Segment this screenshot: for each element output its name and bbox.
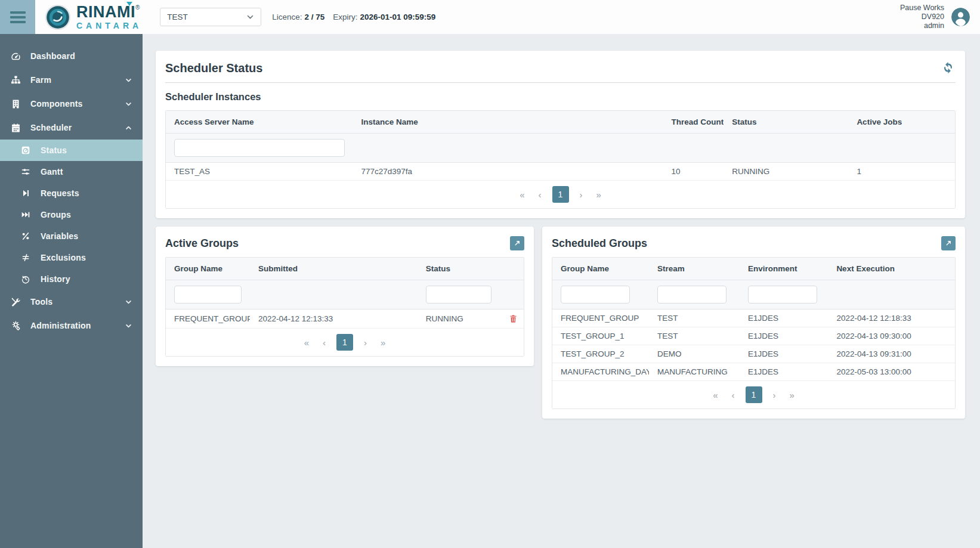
column-header: Thread Count [663,111,724,134]
thread-count-cell: 10 [663,163,724,181]
status-filter-input[interactable] [426,286,491,304]
sidebar-item-tools[interactable]: Tools [0,290,143,314]
active-groups-panel: Active Groups Group Name Submitted Statu… [156,227,534,366]
pagination-current-page[interactable]: 1 [552,186,569,203]
table-row[interactable]: FREQUENT_GROUP 2022-04-12 12:13:33 RUNNI… [166,309,524,329]
pagination-current-page[interactable]: 1 [746,386,762,403]
pagination-next-button[interactable]: › [577,188,586,201]
access-server-name-filter-input[interactable] [174,139,345,157]
pagination-prev-button[interactable]: ‹ [729,389,738,401]
stream-cell: TEST [649,309,740,327]
sidebar-item-label: Status [41,145,133,155]
sidebar-item-exclusions[interactable]: Exclusions [0,247,143,268]
sidebar-item-label: Groups [41,210,133,219]
column-header: Active Jobs [848,111,955,134]
group-name-filter-input[interactable] [561,286,630,304]
group-name-cell: FREQUENT_GROUP [552,309,649,327]
panel-title: Active Groups [165,234,239,252]
pagination: « ‹ 1 › » [166,329,524,356]
pagination-current-page[interactable]: 1 [336,334,353,351]
fast-forward-icon [20,210,32,219]
group-name-cell: TEST_GROUP_2 [552,345,649,363]
sidebar-item-gantt[interactable]: Gantt [0,161,143,182]
sidebar-item-history[interactable]: History [0,268,143,290]
chevron-down-icon [246,13,254,21]
environment-cell: E1JDES [740,363,828,381]
submitted-cell: 2022-04-12 12:13:33 [250,309,418,329]
chevron-down-icon [125,101,132,107]
sidebar-item-status[interactable]: Status [0,140,143,161]
percent-icon [20,231,32,241]
user-company: Pause Works [900,4,944,13]
hamburger-menu-button[interactable] [0,0,35,34]
environment-select[interactable]: TEST [160,8,261,26]
sidebar-item-components[interactable]: Components [0,92,143,116]
sidebar-item-variables[interactable]: Variables [0,225,143,247]
sidebar-item-groups[interactable]: Groups [0,204,143,225]
pagination-last-button[interactable]: » [378,336,388,349]
sidebar-item-label: Tools [30,297,116,306]
pagination-next-button[interactable]: › [361,336,370,349]
environment-cell: E1JDES [740,309,828,327]
table-row[interactable]: TEST_AS 777c27d397fa 10 RUNNING 1 [166,163,955,181]
brand-logo[interactable]: RINAMI ® CANTARA [45,4,142,30]
refresh-button[interactable] [941,60,956,75]
user-info: Pause Works DV920 admin [900,4,944,30]
user-environment: DV920 [900,13,944,21]
table-row[interactable]: TEST_GROUP_2 DEMO E1JDES 2022-04-13 09:3… [552,345,955,363]
column-header: Group Name [166,258,250,280]
environment-filter-input[interactable] [748,286,817,304]
stream-filter-input[interactable] [657,286,727,304]
table-row[interactable]: FREQUENT_GROUP TEST E1JDES 2022-04-12 12… [552,309,955,327]
access-server-name-cell: TEST_AS [166,163,353,181]
pagination-last-button[interactable]: » [787,389,797,401]
status-cell: RUNNING [418,309,500,329]
calendar-icon [10,123,21,133]
licence-info: Licence:2 / 75 Expiry:2026-01-01 09:59:5… [272,13,435,21]
column-header: Stream [649,258,740,280]
sidebar-item-farm[interactable]: Farm [0,68,143,92]
pagination-prev-button[interactable]: ‹ [320,336,329,349]
brand-accent-triangle [126,2,132,6]
user-avatar[interactable] [951,8,970,26]
sidebar-item-label: Variables [41,231,133,241]
sidebar-item-administration[interactable]: Administration [0,314,143,338]
column-header: Instance Name [353,111,663,134]
scheduled-groups-panel: Scheduled Groups Group Name Stream Envir… [542,227,965,419]
building-icon [10,99,21,109]
open-scheduled-groups-button[interactable] [941,236,956,250]
next-execution-cell: 2022-04-13 09:31:00 [828,345,955,363]
scheduler-status-panel: Scheduler Status Scheduler Instances Acc… [156,51,965,218]
pagination-first-button[interactable]: « [301,336,312,349]
table-row[interactable]: MANUFACTURING_DAY MANUFACTURING E1JDES 2… [552,363,955,381]
top-bar: RINAMI ® CANTARA TEST Licence:2 / 75 Exp… [0,0,980,34]
delete-group-button[interactable] [508,314,518,324]
step-forward-icon [20,188,32,198]
chevron-down-icon [125,299,132,305]
group-name-filter-input[interactable] [174,286,242,304]
scheduler-submenu: Status Gantt Requests Groups [0,140,143,290]
sidebar-item-dashboard[interactable]: Dashboard [0,44,143,68]
column-header: Environment [740,258,828,280]
pagination-next-button[interactable]: › [770,389,779,401]
column-header: Status [418,258,500,280]
expiry-label: Expiry: [333,13,357,21]
group-name-cell: MANUFACTURING_DAY [552,363,649,381]
sidebar-item-label: Scheduler [30,123,116,132]
pagination-first-button[interactable]: « [710,389,721,401]
sliders-icon [20,167,32,177]
pagination-last-button[interactable]: » [593,188,604,201]
column-header: Next Execution [828,258,955,280]
table-row[interactable]: TEST_GROUP_1 TEST E1JDES 2022-04-13 09:3… [552,327,955,345]
pagination-first-button[interactable]: « [517,188,527,201]
status-cell: RUNNING [724,163,848,181]
pagination-prev-button[interactable]: ‹ [536,188,545,201]
sidebar-item-scheduler[interactable]: Scheduler [0,116,143,140]
sidebar-item-label: Dashboard [30,51,133,61]
gears-icon [10,321,21,331]
open-active-groups-button[interactable] [510,236,524,250]
main-content: Scheduler Status Scheduler Instances Acc… [143,34,980,548]
external-link-icon [514,239,521,247]
sidebar-item-label: Exclusions [41,253,133,262]
sidebar-item-requests[interactable]: Requests [0,182,143,204]
